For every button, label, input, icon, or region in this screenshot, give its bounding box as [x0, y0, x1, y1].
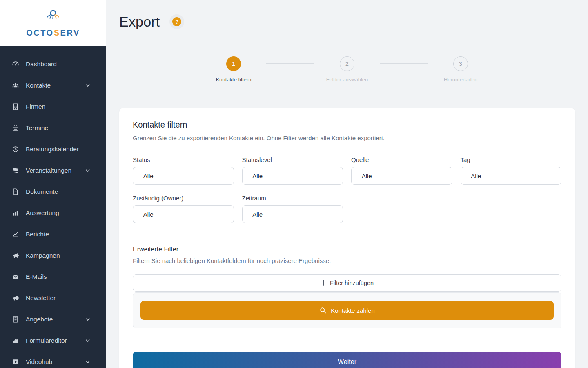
field-zeitraum: Zeitraum – Alle –	[242, 195, 343, 223]
brand-name: OCTOSERV	[26, 28, 80, 38]
chevron-down-icon	[85, 338, 91, 343]
advanced-filter-subtitle: Filtern Sie nach beliebigen Kontaktfelde…	[133, 257, 561, 264]
count-contacts-label: Kontakte zählen	[331, 307, 375, 314]
sidebar-item-kampagnen[interactable]: Kampagnen	[0, 245, 106, 266]
octopus-icon	[44, 9, 62, 27]
step-label: Herunterladen	[444, 76, 477, 83]
sidebar-item-label: Newsletter	[26, 294, 56, 302]
search-icon	[319, 307, 327, 314]
tickets-icon	[11, 166, 20, 175]
field-label: Zuständig (Owner)	[133, 195, 234, 202]
field-label: Tag	[461, 156, 562, 163]
field-label: Statuslevel	[242, 156, 343, 163]
stepper-step-3: 3 Herunterladen	[428, 56, 493, 83]
play-icon	[11, 358, 20, 366]
step-number: 3	[453, 56, 468, 71]
sidebar-item-label: Firmen	[26, 103, 45, 110]
sidebar-item-label: Kampagnen	[26, 252, 60, 259]
sidebar-item-firmen[interactable]: Firmen	[0, 96, 106, 117]
sidebar-item-kontakte[interactable]: Kontakte	[0, 75, 106, 96]
calendar-icon	[11, 124, 20, 132]
section-divider	[133, 235, 561, 235]
main-content: Export ? 1 Kontakte filtern 2 Felder aus…	[106, 0, 588, 368]
people-icon	[11, 81, 20, 90]
field-status: Status – Alle –	[133, 156, 234, 185]
sidebar-item-berichte[interactable]: Berichte	[0, 224, 106, 245]
quelle-select[interactable]: – Alle –	[351, 167, 452, 185]
card-title: Kontakte filtern	[133, 120, 561, 130]
sidebar-item-label: Termine	[26, 124, 48, 132]
next-button[interactable]: Weiter	[133, 352, 561, 368]
sidebar-item-auswertung[interactable]: Auswertung	[0, 202, 106, 224]
step-number: 2	[340, 56, 354, 71]
sidebar-item-label: Angebote	[26, 316, 53, 323]
brand-logo[interactable]: OCTOSERV	[0, 0, 106, 46]
sidebar-nav: Dashboard Kontakte Firmen Termine	[0, 46, 106, 368]
step-label: Felder auswählen	[326, 76, 368, 83]
chevron-down-icon	[85, 316, 91, 322]
sidebar-item-label: Berichte	[26, 231, 49, 238]
sidebar-item-newsletter[interactable]: Newsletter	[0, 287, 106, 309]
chevron-down-icon	[85, 359, 91, 365]
sidebar-item-dashboard[interactable]: Dashboard	[0, 54, 106, 75]
stepper: 1 Kontakte filtern 2 Felder auswählen 3 …	[119, 56, 575, 83]
field-statuslevel: Statuslevel – Alle –	[242, 156, 343, 185]
owner-select[interactable]: – Alle –	[133, 205, 234, 223]
step-number: 1	[226, 56, 241, 71]
building-icon	[11, 103, 20, 111]
sidebar-item-label: Dokumente	[26, 188, 58, 195]
stepper-connector	[266, 63, 314, 64]
sidebar-item-label: Formulareditor	[26, 337, 67, 344]
count-panel: Kontakte zählen	[133, 292, 561, 328]
add-filter-button[interactable]: Filter hinzufügen	[133, 274, 561, 292]
invoice-icon	[11, 315, 20, 323]
sidebar-item-emails[interactable]: E-Mails	[0, 266, 106, 287]
chevron-down-icon	[85, 168, 91, 173]
megaphone-icon	[11, 251, 20, 260]
help-button[interactable]: ?	[169, 14, 184, 29]
sidebar-item-termine[interactable]: Termine	[0, 117, 106, 139]
sidebar-item-formulareditor[interactable]: Formulareditor	[0, 330, 106, 351]
field-quelle: Quelle – Alle –	[351, 156, 452, 185]
question-mark-icon: ?	[172, 17, 181, 26]
filter-card: Kontakte filtern Grenzen Sie die zu expo…	[119, 108, 575, 368]
sidebar-item-label: Dashboard	[26, 61, 57, 68]
stepper-connector	[380, 63, 428, 64]
sidebar-item-label: Kontakte	[26, 82, 51, 89]
sidebar-item-dokumente[interactable]: Dokumente	[0, 181, 106, 202]
card-subtitle: Grenzen Sie die zu exportierenden Kontak…	[133, 135, 561, 141]
page-title: Export	[119, 14, 160, 30]
sidebar-item-videohub[interactable]: Videohub	[0, 351, 106, 368]
clock-icon	[11, 145, 20, 153]
section-divider	[133, 341, 561, 341]
megaphone-icon	[11, 294, 20, 302]
field-label: Zeitraum	[242, 195, 343, 202]
document-icon	[11, 188, 20, 196]
field-tag: Tag – Alle –	[461, 156, 562, 185]
tag-select[interactable]: – Alle –	[461, 167, 562, 185]
line-chart-icon	[11, 230, 20, 238]
sidebar-item-beratungskalender[interactable]: Beratungskalender	[0, 139, 106, 160]
sidebar-item-label: Veranstaltungen	[26, 167, 71, 174]
field-owner: Zuständig (Owner) – Alle –	[133, 195, 234, 223]
add-filter-label: Filter hinzufügen	[330, 280, 374, 286]
sidebar-item-label: Beratungskalender	[26, 146, 79, 153]
count-contacts-button[interactable]: Kontakte zählen	[140, 301, 554, 320]
zeitraum-select[interactable]: – Alle –	[242, 205, 343, 223]
sidebar-item-label: Videohub	[26, 358, 52, 366]
status-select[interactable]: – Alle –	[133, 167, 234, 185]
sidebar-item-label: E-Mails	[26, 273, 47, 280]
gauge-icon	[11, 60, 20, 68]
form-icon	[11, 337, 20, 345]
sidebar: OCTOSERV Dashboard Kontakte Firmen	[0, 0, 106, 368]
stepper-step-1: 1 Kontakte filtern	[201, 56, 266, 83]
bar-chart-icon	[11, 209, 20, 217]
sidebar-item-veranstaltungen[interactable]: Veranstaltungen	[0, 160, 106, 181]
step-label: Kontakte filtern	[216, 76, 252, 83]
sidebar-item-angebote[interactable]: Angebote	[0, 309, 106, 330]
envelope-icon	[11, 273, 20, 281]
stepper-step-2: 2 Felder auswählen	[314, 56, 380, 83]
advanced-filter-title: Erweiterte Filter	[133, 246, 561, 253]
statuslevel-select[interactable]: – Alle –	[242, 167, 343, 185]
filter-grid: Status – Alle – Statuslevel – Alle – Que…	[133, 156, 561, 223]
